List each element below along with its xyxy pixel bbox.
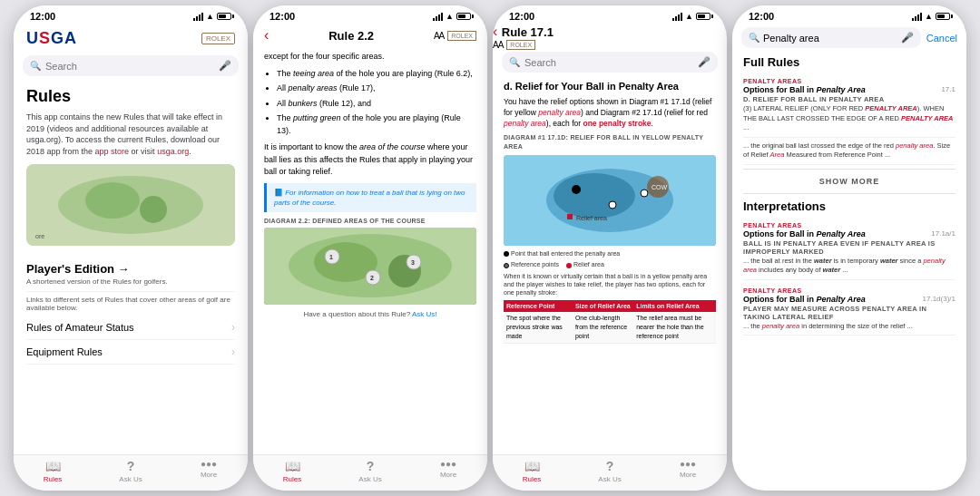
rule-detail-text: When it is known or virtually certain th… — [504, 272, 716, 297]
rules-tab-label-2: Rules — [283, 475, 301, 483]
svg-point-3 — [140, 196, 167, 223]
diagram-label-2: DIAGRAM 2.2: DEFINED AREAS OF THE COURSE — [264, 217, 476, 227]
interp-item-1[interactable]: PENALTY AREAS Options for Ball in Penalt… — [743, 215, 956, 280]
rolex-badge: ROLEX — [201, 33, 235, 44]
battery-icon — [217, 13, 231, 20]
svg-text:Relief area: Relief area — [576, 215, 607, 221]
tab-more-2[interactable]: ●●● More — [409, 459, 487, 483]
usga-logo: USGA — [26, 29, 77, 48]
diagram-svg-3: Relief area COW — [504, 155, 716, 246]
links-text: Links to different sets of Rules that co… — [26, 296, 235, 312]
table-header-row: Reference Point Size of Relief Area Limi… — [504, 300, 716, 313]
search-bar-1[interactable]: 🔍 🎤 — [23, 55, 239, 76]
battery-icon-2 — [456, 13, 471, 20]
tab-askus-3[interactable]: ? Ask Us — [571, 459, 649, 483]
search-header-4: 🔍 🎤 Cancel — [732, 24, 966, 52]
interp-title-1: Options for Ball in Penalty Area 17.1a/1 — [743, 229, 956, 238]
interpretations-title: Interpretations — [743, 198, 956, 215]
search-bar-4[interactable]: 🔍 🎤 — [741, 27, 921, 48]
amateur-chevron-icon: › — [231, 321, 235, 334]
mic-icon-1[interactable]: 🎤 — [219, 60, 231, 72]
tab-bar-1: 📖 Rules ? Ask Us ●●● More — [14, 454, 248, 491]
askus-tab-icon-3: ? — [606, 459, 614, 473]
rules-tab-label: Rules — [44, 475, 62, 483]
battery-icon-4 — [936, 13, 950, 20]
status-bar-1: 12:00 ▲ — [14, 5, 248, 24]
interp-text-1: ... the ball at rest in the water is in … — [743, 257, 956, 276]
tab-askus-2[interactable]: ? Ask Us — [331, 459, 409, 483]
bullet-4: The putting green of the hole you are pl… — [277, 112, 476, 137]
mic-icon-3[interactable]: 🎤 — [698, 56, 710, 68]
time-1: 12:00 — [30, 11, 55, 22]
phones-container: 12:00 ▲ USGA ROLEX 🔍 🎤 Rul — [8, 0, 972, 496]
show-more-button[interactable]: SHOW MORE — [743, 169, 956, 194]
screen1-header: USGA ROLEX — [14, 24, 248, 52]
diagram-svg-2: 1 2 3 — [264, 228, 476, 305]
highlight-link[interactable]: For information on how to treat a ball t… — [274, 189, 466, 207]
mic-icon-4[interactable]: 🎤 — [901, 32, 914, 44]
rules-tab-icon-2: 📖 — [285, 459, 300, 473]
interp-number-2: 17.1d(3)/1 — [923, 295, 956, 303]
back-arrow-2[interactable]: ‹ — [264, 27, 269, 44]
more-tab-label-3: More — [680, 471, 696, 479]
players-edition-item[interactable]: Player's Edition → A shortened version o… — [26, 251, 235, 292]
interp-title-2: Options for Ball in Penalty Area 17.1d(3… — [743, 295, 956, 304]
search-input-3[interactable] — [524, 57, 693, 68]
status-bar-3: 12:00 ▲ — [493, 5, 727, 24]
phone-3: 12:00 ▲ ‹ Rule 17.1 AA ROLEX 🔍 🎤 — [493, 5, 727, 491]
result-text-2: ... the original ball last crossed the e… — [743, 141, 956, 160]
svg-point-20 — [641, 190, 648, 197]
table-row-1: The spot where the previous stroke was m… — [504, 312, 716, 343]
col-limits: Limits on Relief Area — [633, 300, 716, 313]
text-size-btn-2[interactable]: AA — [434, 31, 444, 41]
interp-number-1: 17.1a/1 — [931, 229, 956, 238]
cell-ref-1: The spot where the previous stroke was m… — [504, 312, 573, 343]
amateur-status-item[interactable]: Rules of Amateur Status › — [26, 316, 235, 340]
rule-para-3: You have the relief options shown in Dia… — [504, 97, 716, 130]
tab-more-3[interactable]: ●●● More — [649, 459, 727, 483]
phone-1: 12:00 ▲ USGA ROLEX 🔍 🎤 Rul — [14, 5, 248, 491]
interp-text-2: ... the penalty area in determining the … — [743, 322, 956, 332]
rule-title-3: Rule 17.1 — [502, 25, 554, 39]
time-3: 12:00 — [509, 11, 534, 22]
back-arrow-3[interactable]: ‹ — [493, 24, 497, 39]
rules-title: Rules — [26, 87, 235, 106]
signal-icon-3 — [672, 13, 682, 21]
result-item-1[interactable]: PENALTY AREAS Options for Ball in Penalt… — [743, 71, 956, 138]
interp-category-2: PENALTY AREAS — [743, 287, 956, 294]
svg-text:1: 1 — [329, 254, 333, 260]
col-relief-size: Size of Relief Area — [573, 300, 633, 313]
equipment-rules-item[interactable]: Equipment Rules › — [26, 340, 235, 365]
legend-3: Relief area — [566, 260, 604, 269]
wifi-icon-3: ▲ — [685, 12, 693, 21]
diagram-label-3: DIAGRAM #1 17.1D: RELIEF FOR BALL IN YEL… — [504, 133, 716, 151]
cell-size-1: One club-length from the reference point — [573, 312, 633, 343]
rule-body-3: d. Relief for Your Ball in Penalty Area … — [493, 74, 727, 454]
tab-rules-2[interactable]: 📖 Rules — [253, 459, 331, 483]
app-store-link[interactable]: app store — [95, 147, 130, 156]
tab-rules-1[interactable]: 📖 Rules — [14, 459, 92, 483]
bullet-3: All bunkers (Rule 12), and — [277, 98, 476, 111]
rules-tab-icon: 📖 — [45, 459, 61, 473]
rule-para-2: It is important to know the area of the … — [264, 141, 476, 179]
usga-link[interactable]: usga.org. — [157, 147, 191, 156]
search-input-4[interactable] — [763, 33, 897, 44]
result-category-1: PENALTY AREAS — [743, 78, 956, 84]
signal-icon-2 — [433, 13, 443, 21]
ask-us-link[interactable]: Ask Us! — [412, 310, 437, 318]
svg-text:COW: COW — [652, 184, 668, 190]
tab-rules-3[interactable]: 📖 Rules — [493, 459, 571, 483]
ask-us-text: Have a question about this Rule? Ask Us! — [264, 309, 476, 320]
tab-more-1[interactable]: ●●● More — [170, 459, 248, 483]
rules-description: This app contains the new Rules that wil… — [26, 112, 235, 157]
result-item-2[interactable]: ... the original ball last crossed the e… — [743, 138, 956, 165]
search-bar-3[interactable]: 🔍 🎤 — [502, 52, 718, 73]
cancel-button[interactable]: Cancel — [926, 33, 957, 44]
rules-tab-label-3: Rules — [523, 475, 541, 483]
text-size-btn-3[interactable]: AA — [493, 40, 503, 50]
search-input-1[interactable] — [45, 61, 214, 72]
interp-item-2[interactable]: PENALTY AREAS Options for Ball in Penalt… — [743, 280, 956, 336]
interp-category-1: PENALTY AREAS — [743, 222, 956, 229]
relief-table: Reference Point Size of Relief Area Limi… — [504, 300, 716, 344]
tab-askus-1[interactable]: ? Ask Us — [92, 459, 170, 483]
